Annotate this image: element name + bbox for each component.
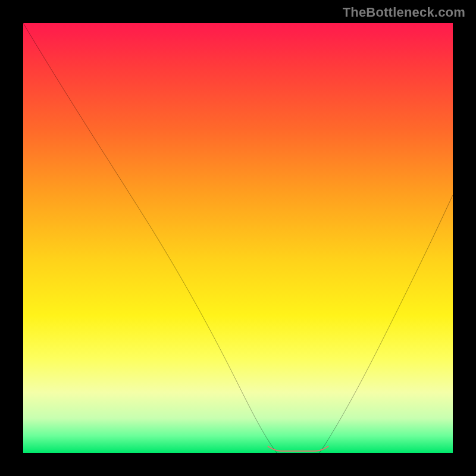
chart-svg [23,23,453,453]
right-curve [320,195,453,453]
flat-highlight [268,446,328,451]
left-curve [23,23,277,453]
chart-frame: TheBottleneck.com [0,0,476,476]
watermark-text: TheBottleneck.com [343,5,465,20]
plot-area [23,23,453,453]
